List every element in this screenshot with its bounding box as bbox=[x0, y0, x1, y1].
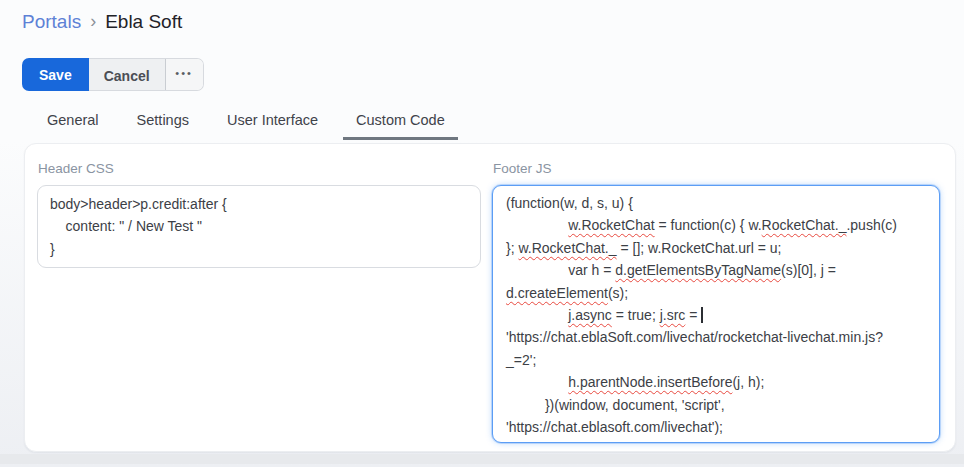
code-line: }; w.RocketChat._ = []; w.RocketChat.url… bbox=[506, 237, 926, 259]
tab-user-interface[interactable]: User Interface bbox=[214, 112, 331, 140]
code-line: body>header>p.credit:after { bbox=[50, 193, 468, 215]
code-text: var h = bbox=[506, 262, 615, 278]
cancel-button[interactable]: Cancel bbox=[89, 59, 165, 91]
code-text: _=2'; bbox=[506, 352, 536, 368]
code-line: content: " / New Test " bbox=[50, 215, 468, 237]
page-header: Portals › Ebla Soft Save Cancel ••• Gene… bbox=[0, 0, 964, 140]
code-line: _=2'; bbox=[506, 349, 926, 371]
code-line: 'https://chat.eblaSoft.com/livechat/rock… bbox=[506, 326, 926, 348]
code-text: 'https://chat.eblasoft.com/livechat'); bbox=[506, 419, 723, 435]
code-line: var h = d.getElementsByTagName(s)[0], j … bbox=[506, 259, 926, 281]
header-css-editor[interactable]: body>header>p.credit:after { content: " … bbox=[37, 185, 481, 268]
action-toolbar: Save Cancel ••• bbox=[22, 58, 964, 91]
code-text: = bbox=[685, 307, 701, 323]
footer-js-field: Footer JS (function(w, d, s, u) { w.Rock… bbox=[492, 160, 940, 451]
code-text: d.getElementsByTagName bbox=[615, 262, 781, 278]
page-title: Ebla Soft bbox=[105, 11, 182, 33]
code-text: (s); bbox=[608, 285, 628, 301]
secondary-actions: Cancel ••• bbox=[89, 58, 204, 91]
code-line: h.parentNode.insertBefore(j, h); bbox=[506, 371, 926, 393]
code-text: (j, h); bbox=[732, 374, 764, 390]
code-line: (function(w, d, s, u) { bbox=[506, 192, 926, 214]
card-wrapper: Header CSS body>header>p.credit:after { … bbox=[0, 140, 964, 452]
code-line: 'https://chat.eblasoft.com/livechat'); bbox=[506, 416, 926, 438]
code-text: })(window, document, 'script', bbox=[506, 397, 725, 413]
code-text: content: " / New Test " bbox=[50, 218, 202, 234]
code-text: body>header>p.credit:after { bbox=[50, 196, 227, 212]
text-cursor bbox=[701, 307, 703, 323]
code-text: } bbox=[50, 241, 55, 257]
more-actions-button[interactable]: ••• bbox=[166, 59, 203, 91]
code-text: RocketChat._ bbox=[762, 217, 847, 233]
tab-custom-code[interactable]: Custom Code bbox=[343, 112, 458, 140]
footer-js-editor[interactable]: (function(w, d, s, u) { w.RocketChat = f… bbox=[492, 185, 940, 443]
code-line: j.async = true; j.src = bbox=[506, 304, 926, 326]
chevron-right-icon: › bbox=[90, 11, 96, 34]
tab-general[interactable]: General bbox=[34, 112, 112, 140]
code-line: w.RocketChat = function(c) { w.RocketCha… bbox=[506, 214, 926, 236]
code-text: (s)[0], j = bbox=[781, 262, 836, 278]
code-text: d.createElement bbox=[506, 285, 608, 301]
code-text: .push(c) bbox=[846, 217, 897, 233]
footer-js-label: Footer JS bbox=[493, 161, 940, 176]
custom-code-card: Header CSS body>header>p.credit:after { … bbox=[24, 143, 956, 452]
tab-settings[interactable]: Settings bbox=[124, 112, 202, 140]
code-text bbox=[506, 217, 568, 233]
save-button-group: Save Cancel ••• bbox=[22, 58, 204, 91]
breadcrumb: Portals › Ebla Soft bbox=[22, 8, 964, 36]
tab-bar: General Settings User Interface Custom C… bbox=[22, 112, 964, 140]
code-text: j.async bbox=[568, 307, 612, 323]
code-text bbox=[506, 374, 568, 390]
code-text: = []; w.RocketChat.url = u; bbox=[617, 240, 782, 256]
code-text: = true; bbox=[612, 307, 660, 323]
code-line: } bbox=[50, 238, 468, 260]
code-text: w.RocketChat bbox=[568, 217, 654, 233]
footer-divider bbox=[0, 454, 964, 464]
code-text: j.src bbox=[660, 307, 686, 323]
save-button[interactable]: Save bbox=[22, 58, 89, 91]
code-text: }; bbox=[506, 240, 518, 256]
code-text: (function(w, d, s, u) { bbox=[506, 195, 633, 211]
breadcrumb-link-portals[interactable]: Portals bbox=[22, 11, 81, 33]
code-line: })(window, document, 'script', bbox=[506, 394, 926, 416]
code-text: w.RocketChat._ bbox=[518, 240, 616, 256]
code-text: h.parentNode.insertBefore bbox=[568, 374, 732, 390]
tab-content: Header CSS body>header>p.credit:after { … bbox=[0, 140, 964, 467]
portal-settings-page: Portals › Ebla Soft Save Cancel ••• Gene… bbox=[0, 0, 964, 467]
ellipsis-icon: ••• bbox=[175, 68, 193, 83]
header-css-field: Header CSS body>header>p.credit:after { … bbox=[37, 160, 481, 451]
code-text: = function(c) { w. bbox=[655, 217, 762, 233]
code-text: 'https://chat.eblaSoft.com/livechat/rock… bbox=[506, 329, 883, 345]
code-line: d.createElement(s); bbox=[506, 282, 926, 304]
header-css-label: Header CSS bbox=[38, 161, 481, 176]
code-text bbox=[506, 307, 568, 323]
